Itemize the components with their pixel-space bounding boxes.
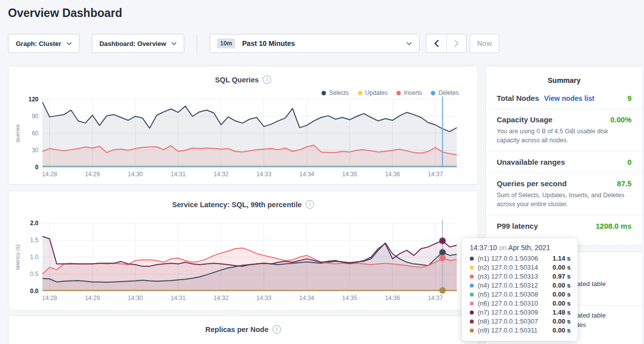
svg-text:14:29: 14:29 bbox=[85, 171, 100, 178]
series-color-dot bbox=[470, 320, 474, 324]
svg-text:30: 30 bbox=[32, 147, 39, 154]
svg-text:2.0: 2.0 bbox=[30, 220, 38, 227]
summary-row-value: 87.5 bbox=[617, 179, 632, 188]
time-scale-badge: 10m bbox=[217, 38, 235, 48]
time-range-dropdown[interactable]: 10m Past 10 Minutes bbox=[210, 34, 419, 53]
svg-text:90: 90 bbox=[32, 113, 39, 120]
svg-text:latency (s): latency (s) bbox=[14, 245, 20, 270]
tooltip-node-value: 1.48 s bbox=[553, 308, 571, 317]
chevron-down-icon bbox=[406, 42, 412, 45]
svg-text:14:36: 14:36 bbox=[385, 295, 400, 302]
series-color-dot bbox=[470, 284, 474, 288]
chevron-down-icon bbox=[66, 42, 72, 45]
service-latency-chart[interactable]: 0.00.51.01.52.014:2814:2914:3014:3114:32… bbox=[12, 218, 475, 307]
tooltip-node-value: 0.00 s bbox=[553, 281, 571, 290]
svg-text:14:37: 14:37 bbox=[428, 171, 443, 178]
series-color-dot bbox=[470, 302, 474, 306]
svg-text:14:35: 14:35 bbox=[342, 295, 357, 302]
svg-text:14:32: 14:32 bbox=[214, 171, 229, 178]
svg-text:1.5: 1.5 bbox=[30, 237, 38, 244]
series-color-dot bbox=[470, 266, 474, 270]
svg-text:60: 60 bbox=[32, 130, 39, 137]
tooltip-node-value: 0.00 s bbox=[553, 263, 571, 272]
series-color-dot bbox=[470, 275, 474, 279]
tooltip-node-label: (n7) 127.0.0.1:50309 bbox=[478, 308, 538, 317]
summary-row-label: Queries per second bbox=[497, 179, 567, 188]
tooltip-node-row: (n8) 127.0.0.1:503070.00 s bbox=[470, 317, 571, 326]
chevron-left-icon bbox=[434, 40, 439, 47]
svg-text:14:28: 14:28 bbox=[42, 171, 57, 178]
tooltip-node-value: 1.14 s bbox=[553, 254, 571, 263]
svg-text:0.5: 0.5 bbox=[30, 271, 38, 278]
tooltip-node-value: 0.00 s bbox=[553, 299, 571, 308]
dashboard-dropdown[interactable]: Dashboard: Overview bbox=[92, 34, 184, 53]
tooltip-node-label: (n9) 127.0.0.1:50311 bbox=[478, 326, 538, 335]
summary-row: Unavailable ranges0 bbox=[486, 151, 643, 172]
summary-row: Capacity Usage0.00%You are using 0 B of … bbox=[486, 108, 643, 151]
summary-row: P99 latency1208.0 ms bbox=[486, 215, 643, 236]
info-icon[interactable]: i bbox=[273, 325, 281, 334]
svg-text:queries: queries bbox=[14, 124, 20, 142]
dashboard-dropdown-label: Dashboard: Overview bbox=[99, 40, 166, 47]
svg-text:120: 120 bbox=[28, 96, 38, 103]
summary-row-value: 1208.0 ms bbox=[596, 222, 632, 230]
summary-row-label: Unavailable ranges bbox=[497, 158, 565, 166]
summary-row: Total NodesView nodes list9 bbox=[486, 87, 643, 108]
tooltip-node-row: (n6) 127.0.0.1:503100.00 s bbox=[470, 299, 571, 308]
replicas-per-node-panel: Replicas per Node i bbox=[8, 316, 478, 344]
summary-row-value: 9 bbox=[628, 94, 632, 102]
svg-text:14:31: 14:31 bbox=[171, 171, 186, 178]
graph-dropdown-label: Graph: Cluster bbox=[15, 40, 61, 47]
tooltip-node-label: (n3) 127.0.0.1:50313 bbox=[478, 272, 538, 281]
summary-row-label: Capacity Usage bbox=[497, 115, 553, 124]
series-color-dot bbox=[470, 311, 474, 315]
series-color-dot bbox=[470, 329, 474, 333]
tooltip-node-value: 0.00 s bbox=[553, 317, 571, 326]
summary-row-value: 0 bbox=[628, 158, 632, 166]
series-color-dot bbox=[470, 293, 474, 297]
tooltip-node-value: 0.00 s bbox=[553, 326, 571, 335]
summary-row-value: 0.00% bbox=[610, 115, 632, 124]
tooltip-node-label: (n5) 127.0.0.1:50308 bbox=[478, 290, 538, 299]
tooltip-node-row: (n1) 127.0.0.1:503061.14 s bbox=[470, 254, 571, 263]
svg-text:14:33: 14:33 bbox=[257, 295, 272, 302]
tooltip-node-row: (n9) 127.0.0.1:503110.00 s bbox=[470, 326, 571, 335]
sql-queries-panel: SQL Queries i SelectsUpdatesInsertsDelet… bbox=[8, 66, 478, 185]
summary-title: Summary bbox=[486, 66, 643, 87]
tooltip-node-row: (n5) 127.0.0.1:503080.00 s bbox=[470, 290, 571, 299]
now-button[interactable]: Now bbox=[470, 34, 499, 53]
summary-row-description: You are using 0 B of 4.5 GiB usable disk… bbox=[497, 127, 632, 145]
next-time-button[interactable] bbox=[446, 34, 466, 52]
service-latency-panel: Service Latency: SQL, 99th percentile i … bbox=[8, 191, 478, 311]
summary-row-description: Sum of Selects, Updates, Inserts, and De… bbox=[497, 191, 632, 209]
summary-panel: Summary Total NodesView nodes list9Capac… bbox=[485, 66, 643, 246]
info-icon[interactable]: i bbox=[263, 75, 271, 84]
svg-text:14:32: 14:32 bbox=[214, 295, 229, 302]
chart-title: Replicas per Node bbox=[205, 326, 269, 334]
svg-text:14:28: 14:28 bbox=[42, 295, 57, 302]
time-step-buttons bbox=[426, 34, 467, 53]
tooltip-node-value: 0.97 s bbox=[553, 272, 571, 281]
info-icon[interactable]: i bbox=[306, 200, 314, 209]
graph-dropdown[interactable]: Graph: Cluster bbox=[8, 34, 79, 53]
svg-text:0: 0 bbox=[35, 164, 38, 171]
chart-title: Service Latency: SQL, 99th percentile bbox=[172, 201, 302, 209]
svg-text:14:31: 14:31 bbox=[171, 295, 186, 302]
svg-text:14:34: 14:34 bbox=[299, 295, 314, 302]
tooltip-node-label: (n6) 127.0.0.1:50310 bbox=[478, 299, 538, 308]
tooltip-node-label: (n1) 127.0.0.1:50306 bbox=[478, 254, 538, 263]
tooltip-node-label: (n4) 127.0.0.1:50312 bbox=[478, 281, 538, 290]
summary-row: Queries per second87.5Sum of Selects, Up… bbox=[486, 172, 643, 215]
svg-text:14:33: 14:33 bbox=[257, 171, 272, 178]
previous-time-button[interactable] bbox=[426, 34, 446, 52]
tooltip-node-row: (n7) 127.0.0.1:503091.48 s bbox=[470, 308, 571, 317]
series-color-dot bbox=[470, 257, 474, 261]
tooltip-timestamp: 14:37:10 on Apr 5th, 2021 bbox=[470, 244, 571, 252]
svg-text:14:37: 14:37 bbox=[428, 295, 443, 302]
summary-row-label: Total Nodes bbox=[497, 94, 539, 102]
tooltip-node-row: (n4) 127.0.0.1:503120.00 s bbox=[470, 281, 571, 290]
tooltip-node-label: (n2) 127.0.0.1:50314 bbox=[478, 263, 538, 272]
sql-queries-chart[interactable]: 030609012014:2814:2914:3014:3114:3214:33… bbox=[12, 94, 475, 183]
svg-text:14:29: 14:29 bbox=[85, 295, 100, 302]
view-nodes-list-link[interactable]: View nodes list bbox=[544, 94, 595, 102]
